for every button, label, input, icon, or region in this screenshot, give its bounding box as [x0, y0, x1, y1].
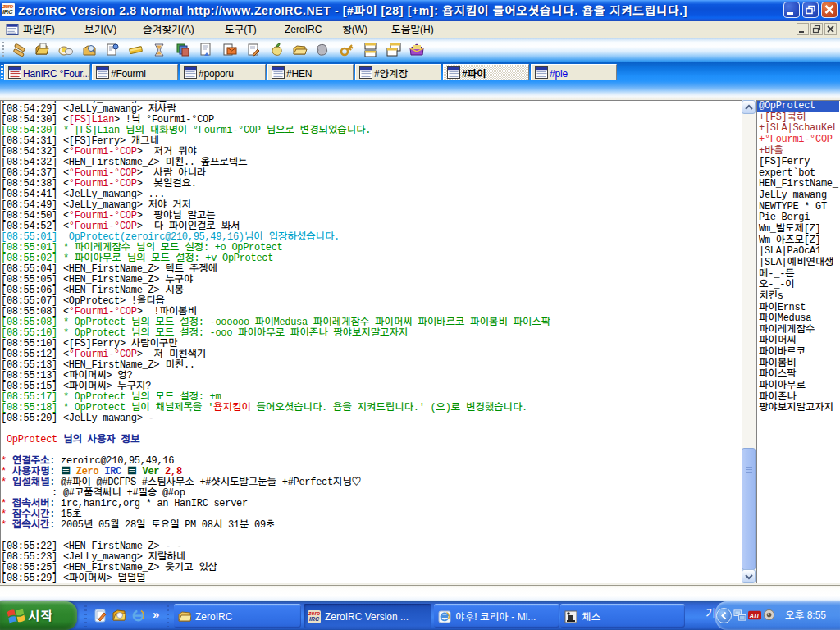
- svg-text:ATI: ATI: [749, 613, 760, 619]
